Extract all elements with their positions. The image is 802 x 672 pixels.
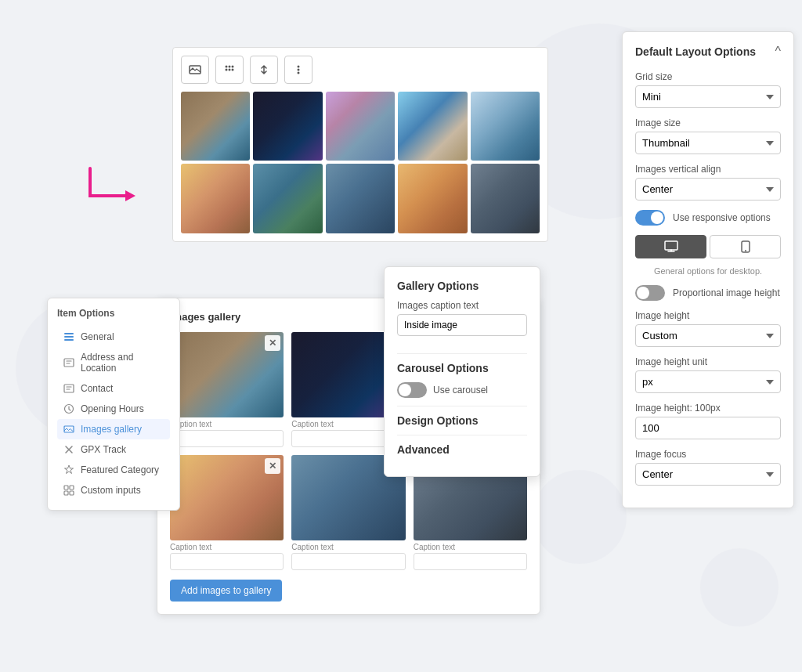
popup-divider-3 bbox=[397, 435, 527, 435]
svg-rect-23 bbox=[70, 486, 74, 490]
sidebar-item-general[interactable]: General bbox=[57, 327, 170, 347]
svg-point-3 bbox=[226, 66, 228, 68]
svg-rect-15 bbox=[64, 333, 74, 334]
popup-divider-2 bbox=[397, 406, 527, 406]
svg-point-14 bbox=[745, 250, 746, 251]
caption-label-6: Caption text bbox=[414, 543, 527, 551]
svg-point-9 bbox=[298, 66, 300, 68]
svg-rect-18 bbox=[64, 359, 74, 367]
clock-icon bbox=[63, 403, 74, 414]
custom-inputs-icon bbox=[63, 485, 74, 496]
toolbar-grid-btn[interactable] bbox=[215, 56, 244, 84]
toolbar-image-btn[interactable] bbox=[181, 56, 209, 84]
svg-point-11 bbox=[298, 72, 300, 74]
design-options-title: Design Options bbox=[397, 414, 527, 427]
sidebar-title: Item Options bbox=[57, 308, 170, 319]
panel-collapse-btn[interactable]: ^ bbox=[775, 45, 781, 59]
popup-divider-1 bbox=[397, 353, 527, 354]
responsive-toggle-label: Use responsive options bbox=[673, 212, 771, 223]
toolbar-more-btn[interactable] bbox=[284, 56, 312, 84]
sidebar-item-opening-hours-label: Opening Hours bbox=[81, 403, 144, 414]
add-images-btn[interactable]: Add images to gallery bbox=[170, 580, 282, 602]
caption-text-input[interactable] bbox=[397, 314, 527, 336]
sidebar-item-gpx[interactable]: GPX Track bbox=[57, 439, 170, 460]
sidebar-item-images-gallery[interactable]: Images gallery bbox=[57, 419, 170, 439]
caption-input-6[interactable] bbox=[414, 553, 527, 570]
remove-image-1-btn[interactable]: ✕ bbox=[265, 335, 280, 351]
image-thumb-4: ✕ bbox=[170, 455, 284, 540]
svg-rect-19 bbox=[64, 385, 74, 392]
gallery-thumb-9 bbox=[398, 164, 467, 233]
svg-rect-25 bbox=[70, 491, 74, 495]
svg-point-10 bbox=[298, 69, 300, 71]
svg-marker-0 bbox=[125, 190, 135, 201]
advanced-title: Advanced bbox=[397, 443, 527, 456]
image-height-label: Image height bbox=[635, 310, 781, 321]
proportional-toggle[interactable] bbox=[635, 285, 665, 301]
grid-size-field: Grid size Mini bbox=[635, 71, 781, 108]
caption-input-4[interactable] bbox=[170, 553, 284, 570]
image-focus-field: Image focus Center bbox=[635, 449, 781, 486]
svg-point-8 bbox=[232, 69, 234, 71]
image-height-px-input[interactable] bbox=[635, 417, 781, 439]
panel-header: Default Layout Options ^ bbox=[635, 45, 781, 59]
sidebar-item-address-label: Address and Location bbox=[81, 352, 164, 374]
caption-label-1: Caption text bbox=[170, 420, 284, 428]
caption-input-5[interactable] bbox=[291, 553, 405, 570]
image-height-px-label: Image height: 100px bbox=[635, 403, 781, 414]
desktop-tab[interactable] bbox=[635, 235, 706, 258]
remove-image-4-btn[interactable]: ✕ bbox=[265, 458, 280, 474]
image-height-unit-select[interactable]: px bbox=[635, 370, 781, 393]
sidebar-item-images-gallery-label: Images gallery bbox=[81, 424, 142, 435]
image-size-field: Image size Thumbnail bbox=[635, 117, 781, 154]
image-thumb-1: ✕ bbox=[170, 332, 284, 417]
image-height-select[interactable]: Custom bbox=[635, 324, 781, 347]
gallery-thumb-10 bbox=[471, 164, 540, 233]
sidebar-item-address[interactable]: Address and Location bbox=[57, 347, 170, 378]
proportional-toggle-row: Proportional image height bbox=[635, 285, 781, 301]
image-focus-label: Image focus bbox=[635, 449, 781, 460]
general-options-text: General options for desktop. bbox=[635, 266, 781, 276]
caption-input-1[interactable] bbox=[170, 430, 284, 447]
gallery-thumb-8 bbox=[326, 164, 395, 233]
caption-field-label: Images caption text bbox=[397, 300, 527, 311]
sidebar-item-custom-label: Custom inputs bbox=[81, 485, 141, 496]
gallery-thumb-3 bbox=[326, 92, 395, 161]
gallery-thumb-4 bbox=[398, 92, 467, 161]
vertical-align-label: Images vertical align bbox=[635, 164, 781, 175]
grid-size-select[interactable]: Mini bbox=[635, 85, 781, 108]
image-size-select[interactable]: Thumbnail bbox=[635, 132, 781, 154]
panel-title: Default Layout Options bbox=[635, 45, 756, 58]
svg-point-5 bbox=[232, 66, 234, 68]
carousel-toggle[interactable] bbox=[397, 382, 427, 398]
svg-point-4 bbox=[229, 66, 231, 68]
responsive-toggle[interactable] bbox=[635, 210, 665, 226]
sidebar-item-opening-hours[interactable]: Opening Hours bbox=[57, 399, 170, 419]
vertical-align-select[interactable]: Center bbox=[635, 178, 781, 201]
svg-rect-12 bbox=[665, 241, 677, 250]
contact-icon bbox=[63, 383, 74, 394]
caption-label-4: Caption text bbox=[170, 543, 284, 551]
right-panel: Default Layout Options ^ Grid size Mini … bbox=[622, 31, 794, 508]
proportional-label: Proportional image height bbox=[673, 287, 780, 298]
caption-label-5: Caption text bbox=[291, 543, 405, 551]
bg-circle-3 bbox=[533, 470, 627, 564]
gallery-thumb-1 bbox=[181, 92, 250, 161]
svg-rect-17 bbox=[64, 339, 74, 341]
toolbar-arrows-btn[interactable] bbox=[250, 56, 278, 84]
top-gallery-widget bbox=[172, 47, 548, 242]
address-icon bbox=[63, 357, 74, 368]
sidebar-item-featured-label: Featured Category bbox=[81, 464, 159, 475]
star-icon bbox=[63, 464, 74, 475]
responsive-toggle-row: Use responsive options bbox=[635, 210, 781, 226]
vertical-align-field: Images vertical align Center bbox=[635, 164, 781, 201]
sidebar-item-featured[interactable]: Featured Category bbox=[57, 460, 170, 480]
mobile-tab[interactable] bbox=[710, 235, 781, 258]
sidebar-item-custom[interactable]: Custom inputs bbox=[57, 480, 170, 500]
gpx-icon bbox=[63, 444, 74, 455]
image-focus-select[interactable]: Center bbox=[635, 463, 781, 486]
top-gallery-grid bbox=[181, 92, 540, 233]
carousel-toggle-label: Use carousel bbox=[433, 385, 488, 396]
sidebar-item-contact[interactable]: Contact bbox=[57, 378, 170, 399]
image-height-unit-label: Image height unit bbox=[635, 356, 781, 367]
